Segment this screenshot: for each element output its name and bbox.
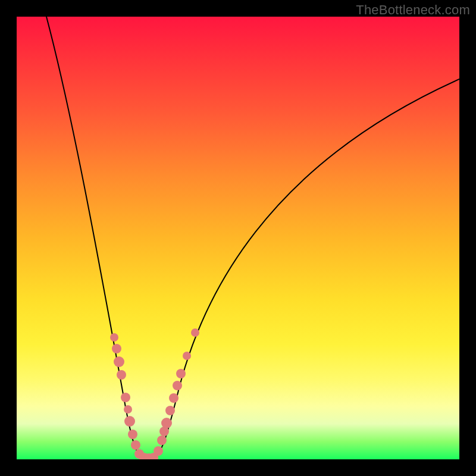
data-dot <box>121 393 130 402</box>
data-dot <box>114 356 124 367</box>
data-dot <box>131 440 140 450</box>
data-dot <box>112 344 121 353</box>
curve-path <box>46 17 459 458</box>
watermark-text: TheBottleneck.com <box>356 2 470 18</box>
data-dot <box>124 416 135 427</box>
data-dot <box>154 446 163 456</box>
curve-svg <box>17 17 459 459</box>
data-dot <box>110 333 118 342</box>
plot-area <box>17 17 459 459</box>
data-dot <box>176 369 186 378</box>
chart-frame: TheBottleneck.com <box>0 0 476 476</box>
data-dot <box>128 430 137 439</box>
dot-group <box>110 328 199 459</box>
data-dot <box>124 405 132 414</box>
data-dot <box>117 370 126 380</box>
data-dot <box>161 418 172 428</box>
data-dot <box>191 328 199 337</box>
data-dot <box>173 381 182 390</box>
data-dot <box>169 393 178 403</box>
data-dot <box>183 352 191 360</box>
data-dot <box>165 406 175 415</box>
data-dot <box>157 436 167 445</box>
